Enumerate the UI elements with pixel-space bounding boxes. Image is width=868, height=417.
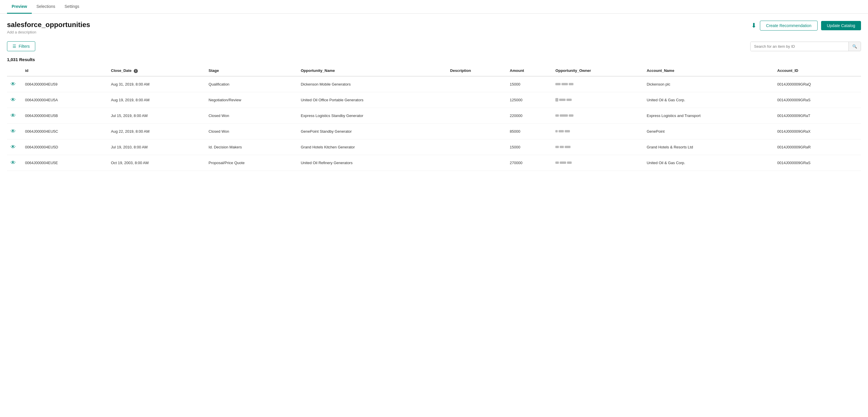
tab-preview[interactable]: Preview (7, 0, 32, 14)
row-opportunity-name-cell: United Oil Office Portable Generators (297, 92, 447, 108)
download-icon[interactable]: ⬇ (751, 22, 756, 29)
row-description-cell (447, 139, 506, 155)
row-account-name-cell: Dickenson plc (643, 76, 774, 92)
row-account-name-cell: Grand Hotels & Resorts Ltd (643, 139, 774, 155)
eye-icon[interactable]: 👁 (10, 113, 16, 118)
table-row: 👁0064J000004EU5AAug 19, 2019, 8:00 AMNeg… (7, 92, 861, 108)
row-id-cell: 0064J000004EU5A (22, 92, 107, 108)
tab-settings[interactable]: Settings (60, 0, 84, 14)
row-stage-cell: Closed Won (205, 108, 297, 124)
row-account-name-cell: United Oil & Gas Corp. (643, 155, 774, 171)
row-account-name-cell: Express Logistics and Transport (643, 108, 774, 124)
data-table: id Close_Date i Stage Opportunity_Name D… (7, 66, 861, 171)
row-account-id-cell: 0014J000009GRaT (774, 108, 861, 124)
row-amount-cell: 15000 (506, 76, 552, 92)
redacted-block (560, 162, 566, 164)
eye-icon[interactable]: 👁 (10, 144, 16, 150)
row-opportunity-owner-cell (552, 124, 643, 139)
row-amount-cell: 220000 (506, 108, 552, 124)
row-opportunity-owner-cell (552, 76, 643, 92)
table-row: 👁0064J000004EU5EOct 19, 2003, 8:00 AMPro… (7, 155, 861, 171)
description-text[interactable]: Add a description (7, 30, 90, 34)
table-header-row: id Close_Date i Stage Opportunity_Name D… (7, 66, 861, 76)
table-row: 👁0064J000004EU59Aug 31, 2019, 8:00 AMQua… (7, 76, 861, 92)
col-eye (7, 66, 22, 76)
col-close-date: Close_Date i (107, 66, 205, 76)
redacted-block (569, 83, 574, 85)
row-opportunity-name-cell: Grand Hotels Kitchen Generator (297, 139, 447, 155)
row-amount-cell: 15000 (506, 139, 552, 155)
redacted-block (555, 146, 559, 148)
row-close-date-cell: Jul 19, 2010, 8:00 AM (107, 139, 205, 155)
row-opportunity-owner-cell (552, 108, 643, 124)
row-stage-cell: Closed Won (205, 124, 297, 139)
row-eye-cell[interactable]: 👁 (7, 76, 22, 92)
row-opportunity-owner-cell (552, 92, 643, 108)
row-account-id-cell: 0014J000009GRaS (774, 92, 861, 108)
row-eye-cell[interactable]: 👁 (7, 108, 22, 124)
redacted-block (567, 162, 572, 164)
col-amount: Amount (506, 66, 552, 76)
redacted-block (555, 114, 559, 117)
close-date-info-icon[interactable]: i (134, 69, 138, 73)
header-right: ⬇ Create Recommendation Update Catalog (751, 21, 861, 31)
filters-button[interactable]: ☰ Filters (7, 41, 35, 51)
row-account-id-cell: 0014J000009GRaS (774, 155, 861, 171)
row-amount-cell: 85000 (506, 124, 552, 139)
col-account-id: Account_ID (774, 66, 861, 76)
row-description-cell (447, 92, 506, 108)
redacted-block (559, 99, 565, 101)
row-account-id-cell: 0014J000009GRaX (774, 124, 861, 139)
redacted-block (559, 130, 564, 132)
row-eye-cell[interactable]: 👁 (7, 155, 22, 171)
redacted-block (555, 83, 561, 85)
row-eye-cell[interactable]: 👁 (7, 92, 22, 108)
col-opportunity-owner: Opportunity_Owner (552, 66, 643, 76)
search-box: 🔍 (750, 42, 861, 51)
row-amount-cell: 125000 (506, 92, 552, 108)
tab-selections[interactable]: Selections (32, 0, 60, 14)
create-recommendation-button[interactable]: Create Recommendation (760, 21, 817, 31)
search-icon: 🔍 (852, 44, 857, 48)
row-opportunity-name-cell: Dickenson Mobile Generators (297, 76, 447, 92)
row-id-cell: 0064J000004EU59 (22, 76, 107, 92)
row-id-cell: 0064J000004EU5C (22, 124, 107, 139)
row-description-cell (447, 124, 506, 139)
row-account-name-cell: GenePoint (643, 124, 774, 139)
row-stage-cell: Id. Decision Makers (205, 139, 297, 155)
row-opportunity-owner-cell (552, 155, 643, 171)
eye-icon[interactable]: 👁 (10, 128, 16, 134)
eye-icon[interactable]: 👁 (10, 81, 16, 87)
row-id-cell: 0064J000004EU5B (22, 108, 107, 124)
redacted-block (555, 98, 558, 102)
col-id: id (22, 66, 107, 76)
row-amount-cell: 270000 (506, 155, 552, 171)
row-id-cell: 0064J000004EU5E (22, 155, 107, 171)
search-button[interactable]: 🔍 (848, 42, 861, 51)
filter-icon: ☰ (12, 44, 16, 48)
row-eye-cell[interactable]: 👁 (7, 139, 22, 155)
row-eye-cell[interactable]: 👁 (7, 124, 22, 139)
header-left: salesforce_opportunities Add a descripti… (7, 21, 90, 34)
row-description-cell (447, 108, 506, 124)
eye-icon[interactable]: 👁 (10, 97, 16, 103)
toolbar: ☰ Filters 🔍 (0, 39, 868, 56)
redacted-block (560, 146, 564, 148)
tabs-bar: Preview Selections Settings (0, 0, 868, 14)
row-opportunity-name-cell: United Oil Refinery Generators (297, 155, 447, 171)
table-row: 👁0064J000004EU5CAug 22, 2019, 8:00 AMClo… (7, 124, 861, 139)
search-input[interactable] (751, 42, 848, 51)
page-title: salesforce_opportunities (7, 21, 90, 29)
row-close-date-cell: Oct 19, 2003, 8:00 AM (107, 155, 205, 171)
row-description-cell (447, 155, 506, 171)
row-account-id-cell: 0014J000009GRaQ (774, 76, 861, 92)
redacted-block (566, 99, 572, 101)
col-account-name: Account_Name (643, 66, 774, 76)
update-catalog-button[interactable]: Update Catalog (821, 21, 861, 30)
table-row: 👁0064J000004EU5DJul 19, 2010, 8:00 AMId.… (7, 139, 861, 155)
row-stage-cell: Negotiation/Review (205, 92, 297, 108)
row-close-date-cell: Aug 19, 2019, 8:00 AM (107, 92, 205, 108)
redacted-block (569, 114, 574, 117)
eye-icon[interactable]: 👁 (10, 160, 16, 166)
filters-label: Filters (19, 44, 30, 48)
